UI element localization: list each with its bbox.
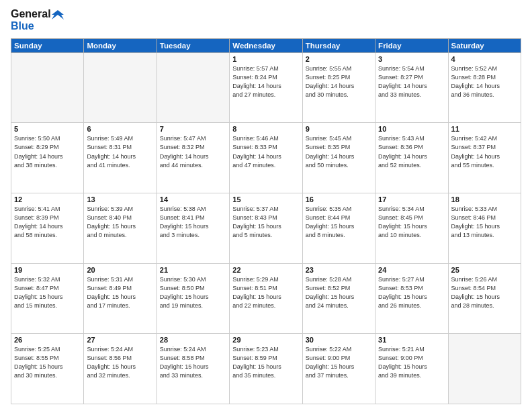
day-number: 17	[378, 195, 445, 203]
day-info: Sunrise: 5:31 AM Sunset: 8:49 PM Dayligh…	[87, 275, 153, 310]
day-number: 8	[232, 125, 299, 133]
day-info: Sunrise: 5:46 AM Sunset: 8:33 PM Dayligh…	[232, 134, 299, 169]
calendar-cell	[11, 52, 84, 123]
day-info: Sunrise: 5:37 AM Sunset: 8:43 PM Dayligh…	[232, 205, 299, 240]
day-info: Sunrise: 5:55 AM Sunset: 8:25 PM Dayligh…	[306, 64, 372, 99]
day-number: 16	[306, 195, 372, 203]
calendar-cell: 2Sunrise: 5:55 AM Sunset: 8:25 PM Daylig…	[302, 52, 375, 123]
day-number: 27	[87, 336, 153, 344]
calendar-week-row: 12Sunrise: 5:41 AM Sunset: 8:39 PM Dayli…	[11, 193, 521, 264]
calendar-table: SundayMondayTuesdayWednesdayThursdayFrid…	[11, 38, 521, 404]
day-number: 22	[232, 266, 299, 274]
calendar-cell	[448, 334, 521, 404]
calendar-cell: 10Sunrise: 5:43 AM Sunset: 8:36 PM Dayli…	[375, 123, 448, 193]
calendar-week-row: 5Sunrise: 5:50 AM Sunset: 8:29 PM Daylig…	[11, 123, 521, 193]
calendar-cell: 12Sunrise: 5:41 AM Sunset: 8:39 PM Dayli…	[11, 193, 84, 264]
calendar-cell: 29Sunrise: 5:23 AM Sunset: 8:59 PM Dayli…	[230, 334, 302, 404]
calendar-cell: 23Sunrise: 5:28 AM Sunset: 8:52 PM Dayli…	[302, 263, 375, 334]
weekday-header-cell: Tuesday	[157, 38, 229, 52]
day-info: Sunrise: 5:21 AM Sunset: 9:00 PM Dayligh…	[378, 345, 445, 380]
day-number: 13	[87, 195, 153, 203]
day-info: Sunrise: 5:50 AM Sunset: 8:29 PM Dayligh…	[14, 134, 81, 169]
calendar-cell: 11Sunrise: 5:42 AM Sunset: 8:37 PM Dayli…	[448, 123, 521, 193]
calendar-cell: 31Sunrise: 5:21 AM Sunset: 9:00 PM Dayli…	[375, 334, 448, 404]
day-number: 31	[378, 336, 445, 344]
day-number: 5	[14, 125, 81, 133]
logo-bird-icon	[52, 10, 64, 19]
calendar-cell: 30Sunrise: 5:22 AM Sunset: 9:00 PM Dayli…	[302, 334, 375, 404]
calendar-cell: 22Sunrise: 5:29 AM Sunset: 8:51 PM Dayli…	[230, 263, 302, 334]
logo-text: General Blue	[11, 8, 64, 33]
day-number: 23	[306, 266, 372, 274]
calendar-cell: 8Sunrise: 5:46 AM Sunset: 8:33 PM Daylig…	[230, 123, 302, 193]
day-info: Sunrise: 5:54 AM Sunset: 8:27 PM Dayligh…	[378, 64, 445, 99]
day-number: 4	[451, 55, 518, 63]
day-info: Sunrise: 5:52 AM Sunset: 8:28 PM Dayligh…	[451, 64, 518, 99]
day-info: Sunrise: 5:35 AM Sunset: 8:44 PM Dayligh…	[306, 205, 372, 240]
day-number: 11	[451, 125, 518, 133]
day-number: 7	[160, 125, 226, 133]
calendar-cell: 27Sunrise: 5:24 AM Sunset: 8:56 PM Dayli…	[84, 334, 157, 404]
day-number: 9	[306, 125, 372, 133]
day-info: Sunrise: 5:30 AM Sunset: 8:50 PM Dayligh…	[160, 275, 226, 310]
svg-marker-0	[52, 10, 64, 19]
calendar-cell: 25Sunrise: 5:26 AM Sunset: 8:54 PM Dayli…	[448, 263, 521, 334]
weekday-header-cell: Friday	[375, 38, 448, 52]
day-number: 20	[87, 266, 153, 274]
day-info: Sunrise: 5:24 AM Sunset: 8:58 PM Dayligh…	[160, 345, 226, 380]
day-info: Sunrise: 5:29 AM Sunset: 8:51 PM Dayligh…	[232, 275, 299, 310]
calendar-body: 1Sunrise: 5:57 AM Sunset: 8:24 PM Daylig…	[11, 52, 521, 404]
day-number: 2	[306, 55, 372, 63]
day-number: 14	[160, 195, 226, 203]
weekday-header-cell: Saturday	[448, 38, 521, 52]
day-info: Sunrise: 5:47 AM Sunset: 8:32 PM Dayligh…	[160, 134, 226, 169]
day-number: 10	[378, 125, 445, 133]
day-info: Sunrise: 5:34 AM Sunset: 8:45 PM Dayligh…	[378, 205, 445, 240]
weekday-header-cell: Wednesday	[230, 38, 302, 52]
day-number: 26	[14, 336, 81, 344]
day-info: Sunrise: 5:42 AM Sunset: 8:37 PM Dayligh…	[451, 134, 518, 169]
calendar-cell: 15Sunrise: 5:37 AM Sunset: 8:43 PM Dayli…	[230, 193, 302, 264]
day-info: Sunrise: 5:33 AM Sunset: 8:46 PM Dayligh…	[451, 205, 518, 240]
calendar-cell: 7Sunrise: 5:47 AM Sunset: 8:32 PM Daylig…	[157, 123, 229, 193]
calendar-cell: 5Sunrise: 5:50 AM Sunset: 8:29 PM Daylig…	[11, 123, 84, 193]
day-info: Sunrise: 5:41 AM Sunset: 8:39 PM Dayligh…	[14, 205, 81, 240]
day-number: 29	[232, 336, 299, 344]
calendar-cell: 4Sunrise: 5:52 AM Sunset: 8:28 PM Daylig…	[448, 52, 521, 123]
weekday-header-cell: Thursday	[302, 38, 375, 52]
calendar-week-row: 1Sunrise: 5:57 AM Sunset: 8:24 PM Daylig…	[11, 52, 521, 123]
calendar-cell: 20Sunrise: 5:31 AM Sunset: 8:49 PM Dayli…	[84, 263, 157, 334]
calendar-cell: 21Sunrise: 5:30 AM Sunset: 8:50 PM Dayli…	[157, 263, 229, 334]
day-number: 12	[14, 195, 81, 203]
calendar-week-row: 19Sunrise: 5:32 AM Sunset: 8:47 PM Dayli…	[11, 263, 521, 334]
page: General Blue SundayMondayTuesdayWednesda…	[0, 0, 532, 411]
day-info: Sunrise: 5:27 AM Sunset: 8:53 PM Dayligh…	[378, 275, 445, 310]
calendar-cell: 14Sunrise: 5:38 AM Sunset: 8:41 PM Dayli…	[157, 193, 229, 264]
day-info: Sunrise: 5:39 AM Sunset: 8:40 PM Dayligh…	[87, 205, 153, 240]
day-number: 1	[232, 55, 299, 63]
day-info: Sunrise: 5:49 AM Sunset: 8:31 PM Dayligh…	[87, 134, 153, 169]
day-number: 24	[378, 266, 445, 274]
calendar-cell: 3Sunrise: 5:54 AM Sunset: 8:27 PM Daylig…	[375, 52, 448, 123]
day-number: 28	[160, 336, 226, 344]
day-info: Sunrise: 5:22 AM Sunset: 9:00 PM Dayligh…	[306, 345, 372, 380]
logo: General Blue	[11, 8, 64, 33]
day-number: 15	[232, 195, 299, 203]
day-number: 18	[451, 195, 518, 203]
weekday-header-cell: Sunday	[11, 38, 84, 52]
calendar-cell: 19Sunrise: 5:32 AM Sunset: 8:47 PM Dayli…	[11, 263, 84, 334]
day-info: Sunrise: 5:57 AM Sunset: 8:24 PM Dayligh…	[232, 64, 299, 99]
day-info: Sunrise: 5:24 AM Sunset: 8:56 PM Dayligh…	[87, 345, 153, 380]
day-info: Sunrise: 5:23 AM Sunset: 8:59 PM Dayligh…	[232, 345, 299, 380]
calendar-cell: 28Sunrise: 5:24 AM Sunset: 8:58 PM Dayli…	[157, 334, 229, 404]
day-info: Sunrise: 5:25 AM Sunset: 8:55 PM Dayligh…	[14, 345, 81, 380]
calendar-cell: 16Sunrise: 5:35 AM Sunset: 8:44 PM Dayli…	[302, 193, 375, 264]
day-number: 25	[451, 266, 518, 274]
calendar-cell: 1Sunrise: 5:57 AM Sunset: 8:24 PM Daylig…	[230, 52, 302, 123]
header: General Blue	[11, 8, 521, 33]
calendar-cell	[157, 52, 229, 123]
calendar-week-row: 26Sunrise: 5:25 AM Sunset: 8:55 PM Dayli…	[11, 334, 521, 404]
day-number: 30	[306, 336, 372, 344]
day-number: 6	[87, 125, 153, 133]
day-info: Sunrise: 5:32 AM Sunset: 8:47 PM Dayligh…	[14, 275, 81, 310]
